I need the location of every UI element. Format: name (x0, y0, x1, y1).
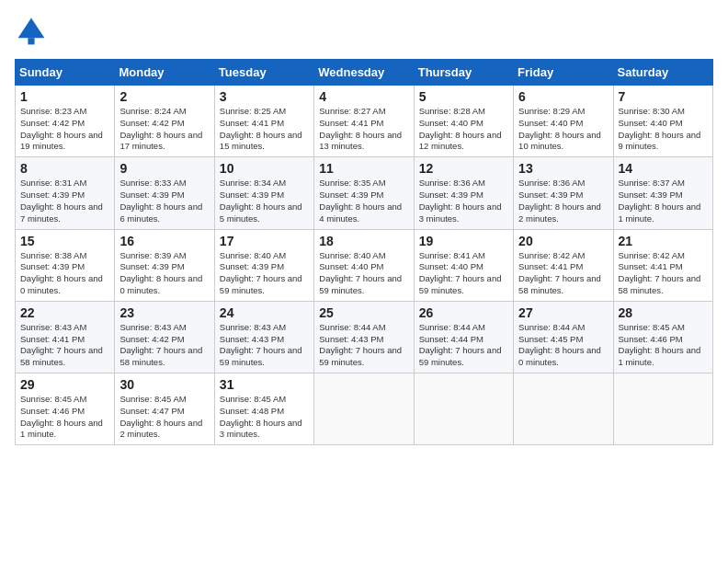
day-number: 2 (119, 89, 209, 104)
calendar-table: SundayMondayTuesdayWednesdayThursdayFrid… (15, 59, 713, 445)
day-number: 16 (119, 234, 209, 248)
day-number: 11 (319, 161, 408, 176)
calendar-cell: 17Sunrise: 8:40 AM Sunset: 4:39 PM Dayli… (214, 229, 313, 301)
calendar-cell: 4Sunrise: 8:27 AM Sunset: 4:41 PM Daylig… (314, 86, 414, 157)
calendar-cell: 2Sunrise: 8:24 AM Sunset: 4:42 PM Daylig… (115, 86, 214, 157)
day-number: 15 (20, 234, 109, 248)
day-number: 1 (20, 89, 109, 104)
day-info: Sunrise: 8:43 AM Sunset: 4:41 PM Dayligh… (20, 322, 109, 369)
calendar-cell: 14Sunrise: 8:37 AM Sunset: 4:39 PM Dayli… (613, 157, 712, 229)
calendar-cell (613, 373, 712, 445)
day-number: 31 (220, 377, 309, 392)
day-number: 7 (619, 89, 708, 104)
calendar-cell: 25Sunrise: 8:44 AM Sunset: 4:43 PM Dayli… (314, 301, 414, 373)
weekday-header-saturday: Saturday (613, 60, 712, 86)
day-info: Sunrise: 8:29 AM Sunset: 4:40 PM Dayligh… (518, 106, 608, 153)
calendar-cell: 13Sunrise: 8:36 AM Sunset: 4:39 PM Dayli… (514, 157, 613, 229)
calendar-cell: 1Sunrise: 8:23 AM Sunset: 4:42 PM Daylig… (16, 86, 115, 157)
calendar-cell: 21Sunrise: 8:42 AM Sunset: 4:41 PM Dayli… (613, 229, 712, 301)
calendar-cell: 11Sunrise: 8:35 AM Sunset: 4:39 PM Dayli… (314, 157, 414, 229)
calendar-cell: 20Sunrise: 8:42 AM Sunset: 4:41 PM Dayli… (514, 229, 613, 301)
day-info: Sunrise: 8:45 AM Sunset: 4:46 PM Dayligh… (20, 394, 109, 441)
day-number: 8 (20, 161, 109, 176)
day-info: Sunrise: 8:45 AM Sunset: 4:47 PM Dayligh… (119, 394, 209, 441)
calendar-cell: 9Sunrise: 8:33 AM Sunset: 4:39 PM Daylig… (115, 157, 214, 229)
calendar-week-2: 8Sunrise: 8:31 AM Sunset: 4:39 PM Daylig… (16, 157, 713, 229)
calendar-cell: 28Sunrise: 8:45 AM Sunset: 4:46 PM Dayli… (613, 301, 712, 373)
calendar-cell: 16Sunrise: 8:39 AM Sunset: 4:39 PM Dayli… (115, 229, 214, 301)
calendar-week-3: 15Sunrise: 8:38 AM Sunset: 4:39 PM Dayli… (16, 229, 713, 301)
day-number: 6 (518, 89, 608, 104)
day-number: 27 (518, 305, 608, 320)
day-number: 25 (319, 305, 408, 320)
weekday-header-thursday: Thursday (414, 60, 513, 86)
day-number: 23 (119, 305, 209, 320)
day-number: 30 (119, 377, 209, 392)
calendar-cell: 6Sunrise: 8:29 AM Sunset: 4:40 PM Daylig… (514, 86, 613, 157)
calendar-cell (314, 373, 414, 445)
calendar-cell: 31Sunrise: 8:45 AM Sunset: 4:48 PM Dayli… (214, 373, 313, 445)
svg-rect-1 (28, 38, 34, 44)
calendar-cell: 19Sunrise: 8:41 AM Sunset: 4:40 PM Dayli… (414, 229, 513, 301)
calendar-week-5: 29Sunrise: 8:45 AM Sunset: 4:46 PM Dayli… (16, 373, 713, 445)
calendar-week-1: 1Sunrise: 8:23 AM Sunset: 4:42 PM Daylig… (16, 86, 713, 157)
calendar-cell: 26Sunrise: 8:44 AM Sunset: 4:44 PM Dayli… (414, 301, 513, 373)
page-header (15, 15, 713, 48)
weekday-header-sunday: Sunday (16, 60, 115, 86)
calendar-cell: 30Sunrise: 8:45 AM Sunset: 4:47 PM Dayli… (115, 373, 214, 445)
weekday-row: SundayMondayTuesdayWednesdayThursdayFrid… (16, 60, 713, 86)
day-info: Sunrise: 8:41 AM Sunset: 4:40 PM Dayligh… (419, 250, 508, 297)
calendar-cell: 29Sunrise: 8:45 AM Sunset: 4:46 PM Dayli… (16, 373, 115, 445)
day-info: Sunrise: 8:43 AM Sunset: 4:42 PM Dayligh… (119, 322, 209, 369)
day-number: 14 (619, 161, 708, 176)
calendar-header: SundayMondayTuesdayWednesdayThursdayFrid… (16, 60, 713, 86)
day-info: Sunrise: 8:27 AM Sunset: 4:41 PM Dayligh… (319, 106, 408, 153)
day-number: 17 (220, 234, 309, 248)
calendar-cell: 22Sunrise: 8:43 AM Sunset: 4:41 PM Dayli… (16, 301, 115, 373)
day-info: Sunrise: 8:39 AM Sunset: 4:39 PM Dayligh… (119, 250, 209, 297)
calendar-cell: 12Sunrise: 8:36 AM Sunset: 4:39 PM Dayli… (414, 157, 513, 229)
day-info: Sunrise: 8:40 AM Sunset: 4:40 PM Dayligh… (319, 250, 408, 297)
day-info: Sunrise: 8:40 AM Sunset: 4:39 PM Dayligh… (220, 250, 309, 297)
calendar-week-4: 22Sunrise: 8:43 AM Sunset: 4:41 PM Dayli… (16, 301, 713, 373)
calendar-cell: 24Sunrise: 8:43 AM Sunset: 4:43 PM Dayli… (214, 301, 313, 373)
day-number: 18 (319, 234, 408, 248)
calendar-cell: 18Sunrise: 8:40 AM Sunset: 4:40 PM Dayli… (314, 229, 414, 301)
day-info: Sunrise: 8:33 AM Sunset: 4:39 PM Dayligh… (119, 178, 209, 224)
day-info: Sunrise: 8:42 AM Sunset: 4:41 PM Dayligh… (619, 250, 708, 297)
day-info: Sunrise: 8:42 AM Sunset: 4:41 PM Dayligh… (518, 250, 608, 297)
day-number: 10 (220, 161, 309, 176)
day-info: Sunrise: 8:34 AM Sunset: 4:39 PM Dayligh… (220, 178, 309, 224)
weekday-header-tuesday: Tuesday (214, 60, 313, 86)
day-number: 20 (518, 234, 608, 248)
calendar-cell: 23Sunrise: 8:43 AM Sunset: 4:42 PM Dayli… (115, 301, 214, 373)
day-number: 12 (419, 161, 508, 176)
day-info: Sunrise: 8:37 AM Sunset: 4:39 PM Dayligh… (619, 178, 708, 224)
calendar-cell: 8Sunrise: 8:31 AM Sunset: 4:39 PM Daylig… (16, 157, 115, 229)
day-number: 29 (20, 377, 109, 392)
day-number: 9 (119, 161, 209, 176)
day-info: Sunrise: 8:38 AM Sunset: 4:39 PM Dayligh… (20, 250, 109, 297)
calendar-cell (514, 373, 613, 445)
day-number: 3 (220, 89, 309, 104)
svg-marker-0 (18, 18, 45, 39)
day-info: Sunrise: 8:23 AM Sunset: 4:42 PM Dayligh… (20, 106, 109, 153)
day-number: 24 (220, 305, 309, 320)
weekday-header-friday: Friday (514, 60, 613, 86)
day-info: Sunrise: 8:25 AM Sunset: 4:41 PM Dayligh… (220, 106, 309, 153)
day-info: Sunrise: 8:44 AM Sunset: 4:45 PM Dayligh… (518, 322, 608, 369)
day-info: Sunrise: 8:44 AM Sunset: 4:44 PM Dayligh… (419, 322, 508, 369)
day-info: Sunrise: 8:24 AM Sunset: 4:42 PM Dayligh… (119, 106, 209, 153)
logo (15, 15, 51, 48)
day-info: Sunrise: 8:43 AM Sunset: 4:43 PM Dayligh… (220, 322, 309, 369)
day-number: 22 (20, 305, 109, 320)
calendar-cell: 15Sunrise: 8:38 AM Sunset: 4:39 PM Dayli… (16, 229, 115, 301)
day-number: 19 (419, 234, 508, 248)
weekday-header-monday: Monday (115, 60, 214, 86)
day-info: Sunrise: 8:36 AM Sunset: 4:39 PM Dayligh… (419, 178, 508, 224)
calendar-cell (414, 373, 513, 445)
day-info: Sunrise: 8:44 AM Sunset: 4:43 PM Dayligh… (319, 322, 408, 369)
day-info: Sunrise: 8:35 AM Sunset: 4:39 PM Dayligh… (319, 178, 408, 224)
calendar-cell: 7Sunrise: 8:30 AM Sunset: 4:40 PM Daylig… (613, 86, 712, 157)
calendar-body: 1Sunrise: 8:23 AM Sunset: 4:42 PM Daylig… (16, 86, 713, 445)
